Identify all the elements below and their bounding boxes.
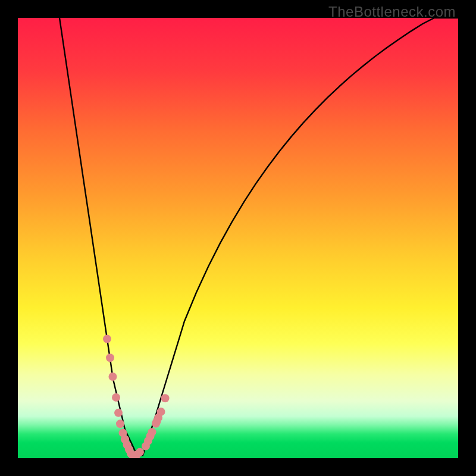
curve-marker bbox=[136, 448, 144, 456]
curve-marker bbox=[108, 372, 117, 381]
bottleneck-curve bbox=[60, 18, 458, 455]
plot-area bbox=[18, 18, 458, 458]
curve-marker bbox=[106, 353, 114, 362]
watermark-text: TheBottleneck.com bbox=[328, 4, 456, 20]
curve-marker bbox=[116, 419, 124, 428]
curve-marker bbox=[161, 394, 170, 402]
curve-marker bbox=[103, 335, 111, 343]
curve-marker bbox=[157, 408, 165, 416]
curve-marker bbox=[148, 428, 156, 436]
curve-marker bbox=[114, 409, 123, 417]
curve-marker bbox=[112, 393, 120, 402]
curve-markers bbox=[103, 335, 170, 458]
bottleneck-curve-layer bbox=[18, 18, 458, 458]
